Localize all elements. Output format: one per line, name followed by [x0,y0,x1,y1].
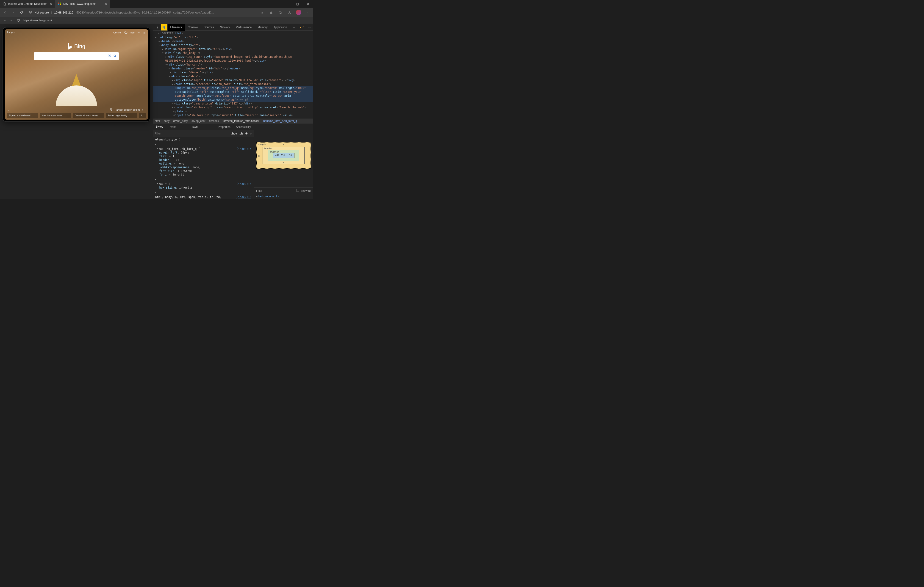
hamburger-icon[interactable]: ☰ [144,31,146,34]
box-model-diagram[interactable]: margin – – 10 – border – – – – [256,142,310,169]
crumb[interactable]: div.hp_cont [191,119,206,123]
tab-accessibility[interactable]: Accessibility [233,123,254,130]
tab-event-listeners[interactable]: Event Listeners [166,123,189,130]
tab-styles[interactable]: Styles [153,123,166,130]
devtools-tabs: Elements Console Sources Network Perform… [153,24,313,31]
dt-url-field[interactable]: https://www.bing.com/ [23,18,311,22]
bing-search-box[interactable] [34,52,119,60]
inspect-element-icon[interactable] [154,24,160,30]
dom-tree[interactable]: <!DOCTYPE html> <html lang="en" dir="ltr… [153,31,313,118]
close-icon[interactable]: ✕ [105,2,107,5]
devtools-panel: Elements Console Sources Network Perform… [153,24,313,199]
svg-rect-3 [60,4,61,5]
forward-button[interactable] [10,10,16,15]
maximize-button[interactable]: ▢ [292,0,303,8]
tab-application[interactable]: Application [271,24,290,31]
avatar[interactable] [295,9,302,16]
tab-sources[interactable]: Sources [201,24,217,31]
favorites-bar-icon[interactable] [268,9,274,16]
device-emulation-icon[interactable] [161,24,167,30]
headline-card[interactable]: Signed and delivered [7,113,38,118]
headline-card[interactable]: Debate winners, losers [73,113,104,118]
bing-homepage: Images Connor 895 ☰ [5,29,148,120]
source-link[interactable]: (index):6 [236,195,251,199]
dt-forward-button[interactable]: → [9,18,14,23]
tab-performance[interactable]: Performance [233,24,254,31]
headline-card[interactable]: New 'caravan' forms [40,113,71,118]
new-tab-button[interactable]: + [110,0,118,8]
box-model-content-size: 498.531 × 18 [273,153,294,158]
bing-logo-icon [68,43,73,49]
not-secure-label: Not secure [35,11,49,14]
crumb[interactable]: body [163,119,170,123]
headline-card[interactable]: Father might testify [106,113,137,118]
url-field[interactable]: Not secure | 10.68.241.216:50080/msedge/… [27,9,256,16]
dt-back-button[interactable]: ← [2,18,7,23]
bing-logo-text: Bing [74,43,85,49]
bing-user-name[interactable]: Connor [113,31,122,34]
browser-tabs: Inspect with Chrome Developer ✕ DevTools… [0,0,282,8]
crumb-selected[interactable]: input#sb_form_q.sb_form_q [262,119,297,123]
search-icon[interactable] [113,54,117,58]
headline-card[interactable]: Am [139,113,146,118]
person-icon[interactable] [286,9,293,16]
source-link[interactable]: (index):6 [236,147,251,151]
devtools-url-bar: ← → https://www.bing.com/ [0,17,313,24]
visual-search-icon[interactable] [108,54,111,58]
tab-properties[interactable]: Properties [215,123,233,130]
expand-corner-icon[interactable]: ⤢ [249,132,252,135]
minimize-button[interactable]: — [282,0,292,8]
bing-user-avatar-icon[interactable] [124,31,127,35]
svg-point-6 [289,11,290,12]
crumb[interactable]: div.sbox [209,119,219,123]
close-window-button[interactable]: ✕ [303,0,313,8]
dom-breadcrumb[interactable]: html body div.hp_body div.hp_cont div.sb… [153,118,313,123]
computed-filter-label[interactable]: Filter [256,189,262,192]
device-frame[interactable]: Images Connor 895 ☰ [3,28,150,122]
close-icon[interactable]: ✕ [50,2,52,5]
tab-elements[interactable]: Elements [168,24,185,31]
info-icon [29,10,32,15]
bing-nav-images[interactable]: Images [7,31,15,35]
svg-point-12 [111,109,111,110]
url-host: 10.68.241.216 [54,11,73,14]
svg-rect-0 [58,3,59,4]
tab-network[interactable]: Network [217,24,233,31]
menu-dots-icon[interactable]: ⋯ [305,9,311,16]
favorite-star-icon[interactable]: ☆ [259,9,265,16]
window-titlebar: Inspect with Chrome Developer ✕ DevTools… [0,0,313,8]
tab-dom-breakpoints[interactable]: DOM Breakpoints [189,123,215,130]
browser-tab-0[interactable]: Inspect with Chrome Developer ✕ [0,0,55,8]
warnings-badge[interactable]: ▲ 6 [297,26,305,29]
bing-rewards-points[interactable]: 895 [130,31,134,34]
browser-tab-1[interactable]: DevTools - www.bing.com/ ✕ [55,0,110,8]
refresh-button[interactable] [19,10,24,15]
chevron-right-icon[interactable]: › [145,109,146,111]
source-link[interactable]: (index):6 [236,182,251,186]
css-rules-list[interactable]: element.style { } (index):6 .sbox .sb_fo… [153,137,254,199]
chevron-left-icon[interactable]: ‹ [142,109,143,111]
computed-property[interactable]: background-color [258,195,279,198]
tab-title: DevTools - www.bing.com/ [63,2,96,5]
styles-filter-input[interactable] [155,132,229,135]
crumb[interactable]: html [155,119,160,123]
tab-console[interactable]: Console [185,24,201,31]
add-rule-icon[interactable]: + [245,131,248,136]
back-button[interactable] [2,10,8,15]
location-pin-icon [110,108,113,112]
cls-toggle[interactable]: .cls [239,132,243,135]
crumb[interactable]: div.hp_body [173,119,188,123]
page-icon [3,2,7,6]
devtools-menu-icon[interactable]: ⋯ [306,24,312,30]
hov-toggle[interactable]: :hov [231,132,237,135]
gear-icon[interactable] [137,31,140,35]
chevron-down-icon[interactable]: ⌄ [7,109,9,111]
warning-icon: ▲ [299,26,302,29]
dt-refresh-button[interactable] [16,18,21,23]
crumb[interactable]: form#sb_form.sb_form.hassbi [223,119,259,123]
more-tabs-icon[interactable]: » [290,24,297,30]
show-all-toggle[interactable]: Show all [297,189,311,192]
tab-memory[interactable]: Memory [255,24,270,31]
collections-icon[interactable] [277,9,284,16]
styles-filter-row: :hov .cls + ⤢ [153,130,254,137]
